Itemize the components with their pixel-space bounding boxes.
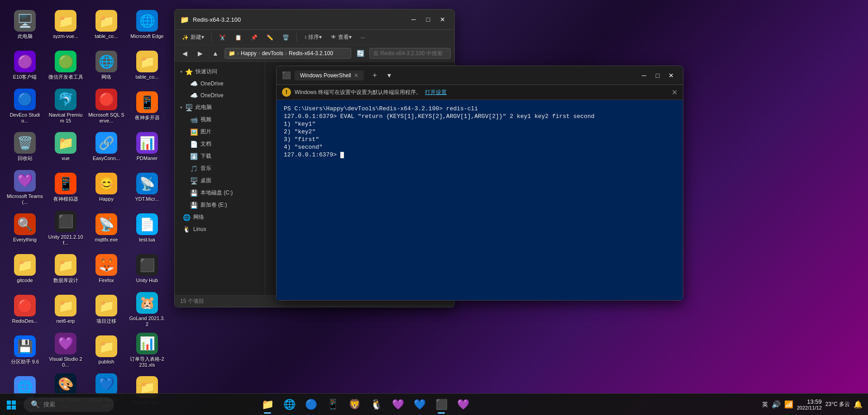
sidebar-item-10[interactable]: 💾 本地磁盘 (C:) (175, 187, 265, 199)
network-icon[interactable]: 📶 (784, 400, 793, 409)
ps-tab-plus[interactable]: ＋ (367, 69, 382, 82)
address-path[interactable]: 📁 › Happy › devTools › Redis-x64-3.2.100 (224, 48, 351, 59)
desktop-icon-project-migrate[interactable]: 📁 项目迁移 (86, 289, 127, 330)
desktop-icon-firefox[interactable]: 🦊 Firefox (86, 249, 127, 289)
desktop-icon-pc[interactable]: 🖥️ 此电脑 (5, 5, 45, 45)
ps-minimize[interactable]: ─ (638, 69, 650, 82)
taskbar-time[interactable]: 13:59 2022/11/12 (797, 398, 822, 410)
new-button[interactable]: ✨ 新建▾ (178, 32, 208, 43)
desktop-icon-nox-multi[interactable]: 📱 夜神多开器 (127, 86, 167, 127)
desktop-icon-ydt-micro[interactable]: 📡 YDT.Micr... (127, 167, 167, 208)
desktop-icon-pdmaner[interactable]: 📊 PDManer (127, 127, 167, 167)
back-button[interactable]: ◀ (178, 47, 191, 60)
ps-maximize[interactable]: □ (651, 69, 664, 82)
desktop-icon-publish[interactable]: 📁 publish (86, 330, 127, 371)
sidebar-item-9[interactable]: 🖥️ 桌面 (175, 174, 265, 187)
taskbar-search[interactable]: 🔍 搜索 (24, 397, 114, 412)
language-indicator[interactable]: 英 (762, 401, 768, 409)
notification-icon[interactable]: 🔔 (854, 400, 863, 409)
sidebar-item-0[interactable]: ▾ ⭐ 快速访问 (175, 66, 265, 78)
sidebar-item-2[interactable]: ☁️ OneDrive (175, 90, 265, 101)
desktop-icon-redisdesktop[interactable]: 🔴 RedisDes... (5, 289, 45, 330)
copy-button[interactable]: 📋 (231, 33, 245, 42)
close-button[interactable]: ✕ (436, 13, 449, 26)
taskbar-app-vs2-task[interactable]: 💜 (453, 395, 473, 415)
desktop-icon-db-design[interactable]: 📁 数据库设计 (45, 249, 86, 289)
refresh-button[interactable]: 🔄 (354, 47, 367, 60)
sidebar-item-6[interactable]: 📄 文档 (175, 138, 265, 150)
desktop-icon-happy[interactable]: 😊 Happy (86, 167, 127, 208)
search-input[interactable] (369, 48, 451, 59)
volume-icon[interactable]: 🔊 (772, 400, 781, 409)
sidebar-item-12[interactable]: 🌐 网络 (175, 211, 265, 223)
taskbar-app-chrome-task[interactable]: 🔵 (301, 395, 321, 415)
desktop-icon-unity-2021[interactable]: ⬛ Unity 2021.2.10f... (45, 208, 86, 249)
desktop-icon-net6-erp[interactable]: 📁 net6-erp (45, 289, 86, 330)
desktop-icon-testlua[interactable]: 📄 test.lua (127, 208, 167, 249)
sidebar-item-1[interactable]: ☁️ OneDrive (175, 78, 265, 90)
desktop-icon-easyconn[interactable]: 🔗 EasyConn... (86, 127, 127, 167)
ps-tab-arrow[interactable]: ▾ (386, 71, 393, 80)
ps-info-close[interactable]: ✕ (672, 88, 677, 97)
desktop-icon-syzm-vue[interactable]: 📁 syzm-vue... (45, 5, 86, 45)
start-button[interactable] (0, 394, 22, 415)
desktop-icon-gitcode[interactable]: 📁 gitcode (5, 249, 45, 289)
taskbar-app-file-explorer[interactable]: 📁 (258, 395, 277, 415)
sidebar-item-5[interactable]: 🖼️ 图片 (175, 126, 265, 138)
desktop-icon-navicat[interactable]: 🐬 Navicat Premium 15 (45, 86, 86, 127)
minimize-button[interactable]: ─ (407, 13, 420, 26)
svg-rect-3 (12, 406, 16, 410)
desktop-icon-ms-teams[interactable]: 💜 Microsoft Teams (... (5, 167, 45, 208)
paste-button[interactable]: 📌 (247, 33, 261, 42)
sidebar-item-7[interactable]: ⬇️ 下载 (175, 150, 265, 162)
taskbar-app-edge[interactable]: 🌐 (279, 395, 299, 415)
desktop-icon-table-co1[interactable]: 📁 table_co... (86, 5, 127, 45)
taskbar-app-vscode-task[interactable]: 💙 (410, 395, 429, 415)
desktop-icon-vs2020[interactable]: 💜 Visual Studio 20... (45, 330, 86, 371)
sidebar-item-11[interactable]: 💾 新加卷 (E:) (175, 199, 265, 211)
desktop-icon-unity-hub[interactable]: ⬛ Unity Hub (127, 249, 167, 289)
more-button[interactable]: ··· (357, 33, 369, 42)
sort-button[interactable]: ↕ 排序▾ (300, 32, 325, 43)
rename-button[interactable]: ✏️ (263, 33, 277, 42)
sidebar-item-8[interactable]: 🎵 音乐 (175, 162, 265, 174)
taskbar-app-brave[interactable]: 🦁 (344, 395, 364, 415)
ps-tab[interactable]: Windows PowerShell ✕ (295, 71, 364, 80)
path-happy[interactable]: Happy (241, 50, 257, 57)
path-devtools[interactable]: devTools (262, 50, 283, 57)
desktop-icon-e10-client[interactable]: 🟣 E10客户端 (5, 45, 45, 86)
taskbar-app-nox-task[interactable]: 📱 (323, 395, 343, 415)
desktop-icon-recycle[interactable]: 🗑️ 回收站 (5, 127, 45, 167)
desktop-icon-microsoft-sql[interactable]: 🔴 Microsoft SQL Serve... (86, 86, 127, 127)
ps-content[interactable]: PS C:\Users\Happy\devTools\Redis-x64-3.2… (277, 100, 683, 300)
desktop-icon-nox-sim[interactable]: 📱 夜神模拟器 (45, 167, 86, 208)
desktop-icon-weixin-dev[interactable]: 🟢 微信开发者工具 (45, 45, 86, 86)
icon-image-navicat: 🐬 (55, 89, 76, 110)
taskbar-app-vs-task[interactable]: 💜 (388, 395, 408, 415)
desktop-icon-microsoft-edge[interactable]: 🌐 Microsoft Edge (127, 5, 167, 45)
up-button[interactable]: ▲ (209, 47, 222, 60)
maximize-button[interactable]: □ (422, 13, 434, 26)
desktop-icon-partition-assist[interactable]: 💾 分区助手 9.6 (5, 330, 45, 371)
desktop-icon-everything[interactable]: 🔍 Everything (5, 208, 45, 249)
desktop-icon-vue[interactable]: 📁 vue (45, 127, 86, 167)
sidebar-item-13[interactable]: 🐧 Linux (175, 223, 265, 235)
ps-close[interactable]: ✕ (665, 69, 677, 82)
desktop-icon-excel-import[interactable]: 📊 订单导入表格-2231.xls (127, 330, 167, 371)
sidebar-item-4[interactable]: 📹 视频 (175, 113, 265, 126)
forward-button[interactable]: ▶ (194, 47, 206, 60)
ps-tab-close[interactable]: ✕ (354, 72, 358, 79)
sidebar-item-3[interactable]: ▾ 🖥️ 此电脑 (175, 101, 265, 113)
view-button[interactable]: 👁 查看▾ (327, 32, 355, 43)
path-redis[interactable]: Redis-x64-3.2.100 (289, 50, 333, 57)
desktop-icon-mqttfx[interactable]: 📡 mqttfx.exe (86, 208, 127, 249)
ps-open-settings-link[interactable]: 打开设置 (425, 89, 447, 96)
desktop-icon-table-co2[interactable]: 📁 table_co... (127, 45, 167, 86)
desktop-icon-network[interactable]: 🌐 网络 (86, 45, 127, 86)
taskbar-app-qq-task[interactable]: 🐧 (366, 395, 386, 415)
delete-button[interactable]: 🗑️ (279, 33, 293, 42)
desktop-icon-deveco[interactable]: 🔵 DevEco Studio... (5, 86, 45, 127)
desktop-icon-goland[interactable]: 🐹 GoLand 2021.3.2 (127, 289, 167, 330)
cut-button[interactable]: ✂️ (215, 33, 229, 42)
taskbar-app-ps-task[interactable]: ⬛ (431, 395, 451, 415)
